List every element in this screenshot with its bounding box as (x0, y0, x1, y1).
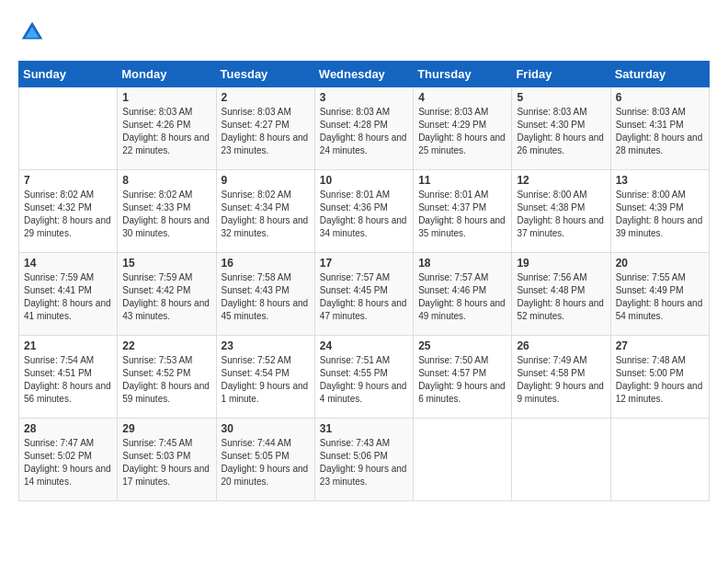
day-info: Sunrise: 8:01 AMSunset: 4:37 PMDaylight:… (418, 189, 506, 240)
day-info: Sunrise: 7:59 AMSunset: 4:41 PMDaylight:… (24, 271, 112, 323)
day-number: 4 (418, 91, 506, 104)
week-row-2: 7Sunrise: 8:02 AMSunset: 4:32 PMDaylight… (19, 170, 710, 253)
day-cell: 31Sunrise: 7:43 AMSunset: 5:06 PMDayligh… (314, 419, 413, 501)
weekday-header-wednesday: Wednesday (314, 62, 413, 87)
day-number: 25 (418, 339, 506, 352)
day-cell: 17Sunrise: 7:57 AMSunset: 4:45 PMDayligh… (314, 253, 413, 336)
calendar-body: 1Sunrise: 8:03 AMSunset: 4:26 PMDaylight… (19, 87, 710, 501)
day-info: Sunrise: 8:00 AMSunset: 4:39 PMDaylight:… (616, 189, 704, 240)
day-info: Sunrise: 7:57 AMSunset: 4:45 PMDaylight:… (320, 271, 408, 323)
day-cell: 24Sunrise: 7:51 AMSunset: 4:55 PMDayligh… (314, 336, 413, 419)
calendar-header: SundayMondayTuesdayWednesdayThursdayFrid… (19, 62, 710, 87)
day-cell: 12Sunrise: 8:00 AMSunset: 4:38 PMDayligh… (512, 170, 610, 253)
day-info: Sunrise: 8:02 AMSunset: 4:34 PMDaylight:… (222, 189, 310, 240)
logo-icon (18, 18, 46, 46)
day-number: 28 (24, 422, 112, 435)
day-info: Sunrise: 7:47 AMSunset: 5:02 PMDaylight:… (24, 437, 112, 488)
weekday-header-saturday: Saturday (610, 62, 709, 87)
day-number: 7 (24, 174, 112, 187)
day-number: 14 (24, 257, 112, 270)
day-info: Sunrise: 8:02 AMSunset: 4:33 PMDaylight:… (122, 189, 210, 240)
day-cell: 9Sunrise: 8:02 AMSunset: 4:34 PMDaylight… (216, 170, 314, 253)
day-info: Sunrise: 7:44 AMSunset: 5:05 PMDaylight:… (222, 437, 310, 488)
day-info: Sunrise: 7:57 AMSunset: 4:46 PMDaylight:… (418, 271, 506, 323)
day-cell: 21Sunrise: 7:54 AMSunset: 4:51 PMDayligh… (19, 336, 118, 419)
day-cell: 16Sunrise: 7:58 AMSunset: 4:43 PMDayligh… (216, 253, 314, 336)
day-cell: 10Sunrise: 8:01 AMSunset: 4:36 PMDayligh… (314, 170, 413, 253)
day-cell: 6Sunrise: 8:03 AMSunset: 4:31 PMDaylight… (610, 87, 709, 170)
week-row-5: 28Sunrise: 7:47 AMSunset: 5:02 PMDayligh… (19, 419, 710, 501)
weekday-header-sunday: Sunday (19, 62, 118, 87)
week-row-1: 1Sunrise: 8:03 AMSunset: 4:26 PMDaylight… (19, 87, 710, 170)
day-cell (610, 419, 709, 501)
day-info: Sunrise: 7:58 AMSunset: 4:43 PMDaylight:… (222, 271, 310, 323)
day-number: 24 (320, 339, 408, 352)
day-number: 23 (222, 339, 310, 352)
day-info: Sunrise: 8:03 AMSunset: 4:27 PMDaylight:… (222, 106, 310, 157)
day-cell: 4Sunrise: 8:03 AMSunset: 4:29 PMDaylight… (414, 87, 512, 170)
day-number: 5 (517, 91, 605, 104)
day-number: 18 (418, 257, 506, 270)
day-number: 27 (616, 339, 704, 352)
day-cell: 11Sunrise: 8:01 AMSunset: 4:37 PMDayligh… (414, 170, 512, 253)
day-cell (512, 419, 610, 501)
day-cell: 26Sunrise: 7:49 AMSunset: 4:58 PMDayligh… (512, 336, 610, 419)
day-cell: 28Sunrise: 7:47 AMSunset: 5:02 PMDayligh… (19, 419, 118, 501)
day-info: Sunrise: 7:49 AMSunset: 4:58 PMDaylight:… (517, 354, 605, 406)
day-info: Sunrise: 7:48 AMSunset: 5:00 PMDaylight:… (616, 354, 704, 406)
day-cell (414, 419, 512, 501)
day-cell: 29Sunrise: 7:45 AMSunset: 5:03 PMDayligh… (118, 419, 216, 501)
day-info: Sunrise: 7:43 AMSunset: 5:06 PMDaylight:… (320, 437, 408, 488)
week-row-4: 21Sunrise: 7:54 AMSunset: 4:51 PMDayligh… (19, 336, 710, 419)
day-number: 1 (122, 91, 210, 104)
day-info: Sunrise: 7:52 AMSunset: 4:54 PMDaylight:… (222, 354, 310, 406)
day-cell (19, 87, 118, 170)
day-number: 15 (122, 257, 210, 270)
weekday-header-thursday: Thursday (414, 62, 512, 87)
day-info: Sunrise: 8:03 AMSunset: 4:30 PMDaylight:… (517, 106, 605, 157)
day-info: Sunrise: 7:56 AMSunset: 4:48 PMDaylight:… (517, 271, 605, 323)
day-cell: 19Sunrise: 7:56 AMSunset: 4:48 PMDayligh… (512, 253, 610, 336)
logo (18, 18, 51, 46)
day-cell: 3Sunrise: 8:03 AMSunset: 4:28 PMDaylight… (314, 87, 413, 170)
weekday-header-tuesday: Tuesday (216, 62, 314, 87)
day-cell: 7Sunrise: 8:02 AMSunset: 4:32 PMDaylight… (19, 170, 118, 253)
day-cell: 2Sunrise: 8:03 AMSunset: 4:27 PMDaylight… (216, 87, 314, 170)
day-info: Sunrise: 8:03 AMSunset: 4:31 PMDaylight:… (616, 106, 704, 157)
day-number: 3 (320, 91, 408, 104)
day-info: Sunrise: 8:02 AMSunset: 4:32 PMDaylight:… (24, 189, 112, 240)
day-number: 6 (616, 91, 704, 104)
day-number: 30 (222, 422, 310, 435)
day-number: 31 (320, 422, 408, 435)
day-number: 20 (616, 257, 704, 270)
day-info: Sunrise: 7:59 AMSunset: 4:42 PMDaylight:… (122, 271, 210, 323)
day-info: Sunrise: 8:00 AMSunset: 4:38 PMDaylight:… (517, 189, 605, 240)
weekday-header-monday: Monday (118, 62, 216, 87)
day-number: 12 (517, 174, 605, 187)
day-cell: 13Sunrise: 8:00 AMSunset: 4:39 PMDayligh… (610, 170, 709, 253)
day-number: 8 (122, 174, 210, 187)
day-number: 19 (517, 257, 605, 270)
day-number: 11 (418, 174, 506, 187)
day-number: 13 (616, 174, 704, 187)
weekday-header-friday: Friday (512, 62, 610, 87)
day-info: Sunrise: 7:55 AMSunset: 4:49 PMDaylight:… (616, 271, 704, 323)
day-cell: 15Sunrise: 7:59 AMSunset: 4:42 PMDayligh… (118, 253, 216, 336)
day-number: 16 (222, 257, 310, 270)
day-info: Sunrise: 7:54 AMSunset: 4:51 PMDaylight:… (24, 354, 112, 406)
day-number: 10 (320, 174, 408, 187)
day-number: 22 (122, 339, 210, 352)
page-header (18, 18, 710, 46)
day-info: Sunrise: 7:45 AMSunset: 5:03 PMDaylight:… (122, 437, 210, 488)
day-cell: 8Sunrise: 8:02 AMSunset: 4:33 PMDaylight… (118, 170, 216, 253)
day-info: Sunrise: 7:51 AMSunset: 4:55 PMDaylight:… (320, 354, 408, 406)
day-number: 29 (122, 422, 210, 435)
day-info: Sunrise: 8:03 AMSunset: 4:29 PMDaylight:… (418, 106, 506, 157)
calendar-table: SundayMondayTuesdayWednesdayThursdayFrid… (18, 61, 710, 501)
day-cell: 30Sunrise: 7:44 AMSunset: 5:05 PMDayligh… (216, 419, 314, 501)
day-cell: 25Sunrise: 7:50 AMSunset: 4:57 PMDayligh… (414, 336, 512, 419)
day-number: 21 (24, 339, 112, 352)
day-number: 17 (320, 257, 408, 270)
day-info: Sunrise: 7:53 AMSunset: 4:52 PMDaylight:… (122, 354, 210, 406)
day-cell: 18Sunrise: 7:57 AMSunset: 4:46 PMDayligh… (414, 253, 512, 336)
